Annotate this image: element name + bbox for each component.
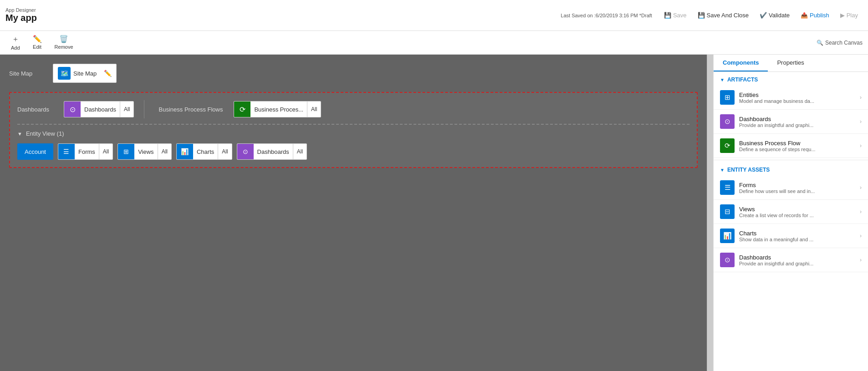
remove-button[interactable]: 🗑️ Remove	[49, 33, 79, 52]
account-button[interactable]: Account	[17, 143, 53, 160]
entity-view-header: ▼ Entity View (1)	[17, 130, 689, 137]
play-button[interactable]: ▶ Play	[836, 10, 863, 21]
site-map-icon: 🗺️	[58, 67, 71, 80]
app-designer-label: App Designer	[5, 7, 37, 13]
views-all-button[interactable]: All	[158, 144, 171, 159]
dashboards-comp-label: Dashboards	[81, 106, 120, 113]
views-icon: ⊞	[118, 143, 134, 160]
search-canvas-area[interactable]: 🔍 Search Canvas	[817, 40, 863, 46]
bpf-panel-desc: Define a sequence of steps requ...	[739, 147, 855, 152]
edit-icon: ✏️	[33, 35, 42, 43]
bpf-icon: ⟳	[234, 101, 250, 117]
entity-dashboards-comp-label: Dashboards	[254, 148, 293, 155]
add-icon: ＋	[12, 35, 19, 44]
entity-assets-section-header: ▼ ENTITY ASSETS	[714, 162, 868, 176]
charts-icon: 📊	[177, 143, 193, 160]
panel-item-forms[interactable]: ☰ Forms Define how users will see and in…	[714, 176, 868, 200]
entity-dashboards-panel-desc: Provide an insightful and graphi...	[739, 261, 855, 266]
site-map-edit-icon[interactable]: ✏️	[104, 70, 112, 77]
right-panel: Components Properties ▼ ARTIFACTS ⊞ Enti…	[713, 55, 868, 371]
panel-content: ▼ ARTIFACTS ⊞ Entities Model and manage …	[714, 72, 868, 371]
toolbar-left: ＋ Add ✏️ Edit 🗑️ Remove	[5, 33, 79, 52]
toolbar: ＋ Add ✏️ Edit 🗑️ Remove 🔍 Search Canvas	[0, 31, 868, 55]
entity-assets-chevron[interactable]: ▼	[720, 168, 725, 173]
entity-dashboards-all-button[interactable]: All	[293, 144, 306, 159]
charts-panel-icon: 📊	[720, 229, 735, 243]
remove-icon: 🗑️	[59, 35, 68, 43]
entities-title: Entities	[739, 91, 855, 98]
forms-comp-box: ☰ Forms All	[58, 143, 113, 160]
bpf-panel-text: Business Process Flow Define a sequence …	[739, 140, 855, 152]
views-panel-icon: ⊟	[720, 204, 735, 219]
row-divider	[144, 100, 144, 118]
edit-button[interactable]: ✏️ Edit	[27, 33, 47, 52]
header-actions: Last Saved on :6/20/2019 3:16 PM *Draft …	[561, 10, 863, 21]
charts-comp-label: Charts	[193, 148, 218, 155]
charts-panel-chevron: ›	[860, 233, 862, 239]
save-button[interactable]: 💾 Save	[659, 10, 691, 21]
dashboards-row: Dashboards ⊙ Dashboards All Business Pro…	[17, 100, 689, 125]
dashboards-all-button[interactable]: All	[120, 102, 133, 117]
dashed-section: Dashboards ⊙ Dashboards All Business Pro…	[9, 92, 698, 168]
forms-panel-icon: ☰	[720, 180, 735, 195]
bpf-comp-label: Business Proces...	[250, 106, 307, 113]
save-and-close-button[interactable]: 💾 Save And Close	[693, 10, 754, 21]
bpf-panel-title: Business Process Flow	[739, 140, 855, 147]
charts-all-button[interactable]: All	[218, 144, 231, 159]
app-info: App Designer My app	[5, 7, 37, 23]
add-button[interactable]: ＋ Add	[5, 33, 26, 52]
site-map-label: Site Map	[9, 70, 46, 77]
views-panel-desc: Create a list view of records for ...	[739, 213, 855, 218]
tab-properties[interactable]: Properties	[768, 55, 813, 71]
artifacts-title: ARTIFACTS	[727, 76, 758, 83]
entity-view-title: Entity View (1)	[26, 130, 64, 137]
save-close-icon: 💾	[698, 12, 705, 19]
views-comp-label: Views	[134, 148, 157, 155]
panel-item-entity-dashboards[interactable]: ⊙ Dashboards Provide an insightful and g…	[714, 248, 868, 272]
panel-item-entities[interactable]: ⊞ Entities Model and manage business da.…	[714, 86, 868, 110]
bpf-panel-icon: ⟳	[720, 138, 735, 153]
entity-dashboards-icon: ⊙	[237, 143, 254, 160]
entities-chevron: ›	[860, 94, 862, 101]
views-panel-chevron: ›	[860, 208, 862, 215]
app-name: My app	[5, 13, 37, 23]
publish-icon: 📤	[801, 12, 808, 19]
entity-dashboards-comp-box: ⊙ Dashboards All	[237, 143, 307, 160]
forms-panel-chevron: ›	[860, 184, 862, 191]
entity-view-chevron[interactable]: ▼	[17, 131, 22, 137]
search-icon: 🔍	[817, 40, 823, 46]
bpf-all-button[interactable]: All	[307, 102, 321, 117]
site-map-box[interactable]: 🗺️ Site Map ✏️	[53, 64, 117, 83]
artifacts-section-header: ▼ ARTIFACTS	[714, 72, 868, 86]
main-area: Site Map 🗺️ Site Map ✏️ Dashboards ⊙ Das…	[0, 55, 868, 371]
artifacts-chevron[interactable]: ▼	[720, 77, 725, 82]
bpf-comp-box: ⟳ Business Proces... All	[234, 101, 321, 117]
entity-dashboards-panel-title: Dashboards	[739, 254, 855, 261]
save-icon: 💾	[664, 12, 671, 19]
entity-dashboards-panel-text: Dashboards Provide an insightful and gra…	[739, 254, 855, 266]
entity-dashboards-panel-chevron: ›	[860, 257, 862, 263]
last-saved-label: Last Saved on :6/20/2019 3:16 PM *Draft	[561, 13, 652, 18]
publish-button[interactable]: 📤 Publish	[796, 10, 834, 21]
panel-item-bpf[interactable]: ⟳ Business Process Flow Define a sequenc…	[714, 134, 868, 158]
dashboards-row-label: Dashboards	[17, 106, 58, 113]
section-divider	[714, 160, 868, 160]
canvas-scrollbar[interactable]	[707, 55, 713, 371]
entities-desc: Model and manage business da...	[739, 98, 855, 104]
dashboards-icon: ⊙	[64, 101, 81, 117]
forms-all-button[interactable]: All	[99, 144, 112, 159]
tab-components[interactable]: Components	[714, 55, 768, 71]
charts-comp-box: 📊 Charts All	[176, 143, 232, 160]
dashboards-chevron: ›	[860, 118, 862, 125]
forms-comp-label: Forms	[75, 148, 99, 155]
panel-item-charts[interactable]: 📊 Charts Show data in a meaningful and .…	[714, 224, 868, 248]
panel-item-views[interactable]: ⊟ Views Create a list view of records fo…	[714, 200, 868, 224]
charts-panel-text: Charts Show data in a meaningful and ...	[739, 230, 855, 242]
panel-item-dashboards[interactable]: ⊙ Dashboards Provide an insightful and g…	[714, 110, 868, 134]
site-map-row: Site Map 🗺️ Site Map ✏️	[9, 64, 698, 83]
forms-panel-desc: Define how users will see and in...	[739, 188, 855, 194]
panel-tabs: Components Properties	[714, 55, 868, 72]
site-map-text: Site Map	[73, 70, 101, 77]
top-header: App Designer My app Last Saved on :6/20/…	[0, 0, 868, 31]
validate-button[interactable]: ✔️ Validate	[755, 10, 794, 21]
